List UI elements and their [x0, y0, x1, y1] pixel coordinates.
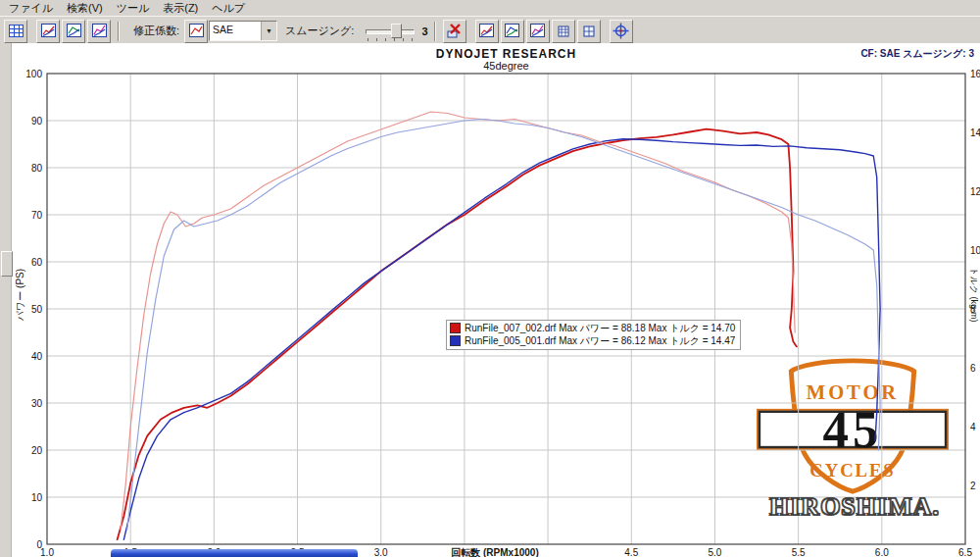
axis-tick-label: 6.5 — [958, 547, 972, 557]
legend-label: RunFile_005_001.drf Max パワー = 86.12 Max … — [465, 334, 735, 347]
graph-view-button-4[interactable] — [475, 20, 499, 43]
legend-row: RunFile_007_002.drf Max パワー = 88.18 Max … — [450, 322, 735, 334]
menu-item-search[interactable]: 検索(V) — [60, 0, 110, 17]
axis-tick-label: 8 — [970, 304, 976, 315]
red-x-icon — [446, 23, 463, 39]
slider-track — [366, 29, 415, 34]
legend-row: RunFile_005_001.drf Max パワー = 86.12 Max … — [450, 334, 735, 347]
mini-table-button-2[interactable] — [577, 20, 601, 43]
graph-icon — [188, 23, 205, 39]
axis-tick-label: 5.0 — [709, 547, 722, 557]
axis-tick-label: 60 — [31, 257, 43, 268]
axis-tick-label: 1.0 — [40, 547, 54, 557]
toolbar-separator — [434, 22, 436, 41]
axis-tick-label: 12 — [970, 186, 980, 197]
axis-tick-label: 100 — [25, 69, 42, 79]
axis-tick-label: 2 — [970, 481, 976, 491]
axis-tick-label: 80 — [31, 163, 43, 174]
crosshair-icon — [612, 23, 629, 39]
mini-table-button-1[interactable] — [552, 20, 575, 43]
grid-lines — [47, 74, 965, 544]
chart-panel: DYNOJET RESEARCH 45degree CF: SAE スムージング… — [0, 43, 980, 557]
graph-view-button-3[interactable] — [87, 20, 111, 43]
axis-tick-label: 4 — [970, 422, 976, 432]
correction-factor-value: SAE — [210, 22, 261, 40]
smoothing-value: 3 — [421, 25, 427, 37]
graph-icon — [66, 23, 82, 39]
graph-icon — [529, 23, 546, 39]
slider-ticks — [368, 38, 413, 41]
axis-tick-label: 6 — [970, 363, 976, 374]
graph-icon — [40, 23, 57, 39]
legend-label: RunFile_007_002.drf Max パワー = 88.18 Max … — [465, 322, 735, 334]
graph-icon — [504, 23, 520, 39]
left-gutter — [0, 43, 12, 557]
legend-color-chip — [450, 323, 461, 333]
graph-icon — [478, 23, 495, 39]
dyno-plot: 01020304050607080901002468101214161.01.5… — [0, 43, 980, 557]
menu-item-tools[interactable]: ツール — [110, 0, 157, 17]
correction-factor-select[interactable]: SAE ▼ — [209, 21, 277, 41]
menu-bar: ファイル 検索(V) ツール 表示(Z) ヘルプ — [0, 0, 980, 16]
menu-item-view[interactable]: 表示(Z) — [156, 0, 205, 17]
axis-tick-label: 50 — [31, 304, 43, 315]
axis-tick-label: 70 — [31, 210, 43, 221]
axis-tick-label: 20 — [31, 445, 43, 456]
splitter-handle[interactable] — [1, 251, 13, 277]
table-view-button[interactable] — [4, 20, 27, 43]
mini-grid-icon — [558, 25, 569, 37]
x-axis-title: 回転数 (RPMx1000) — [451, 547, 538, 557]
correction-graph-button[interactable] — [184, 20, 208, 43]
table-grid-icon — [8, 23, 24, 39]
chevron-down-icon[interactable]: ▼ — [261, 22, 276, 40]
axis-tick-label: 30 — [31, 398, 43, 409]
app-window: ファイル 検索(V) ツール 表示(Z) ヘルプ 修正係数: SAE ▼ スムー… — [0, 0, 980, 557]
axis-tick-label: 16 — [970, 69, 980, 79]
toolbar-separator — [118, 22, 120, 41]
axis-tick-label: 5.5 — [792, 547, 806, 557]
legend-box[interactable]: RunFile_007_002.drf Max パワー = 88.18 Max … — [446, 320, 741, 350]
axis-tick-label: 3.0 — [374, 547, 388, 557]
menu-item-file[interactable]: ファイル — [2, 0, 60, 17]
graph-view-button-1[interactable] — [36, 20, 60, 43]
axis-tick-label: 10 — [31, 492, 43, 503]
crosshair-button[interactable] — [610, 20, 633, 43]
menu-item-help[interactable]: ヘルプ — [205, 0, 252, 17]
smoothing-slider[interactable] — [364, 22, 416, 41]
axis-tick-label: 10 — [970, 245, 980, 256]
mini-grid-icon — [583, 25, 595, 37]
toolbar: 修正係数: SAE ▼ スムージング: 3 — [0, 16, 980, 46]
axis-tick-label: 4.5 — [624, 547, 638, 557]
delete-run-button[interactable] — [443, 20, 466, 43]
hiroshima-text: HIROSHIMA. — [747, 492, 962, 522]
axis-tick-label: 14 — [970, 127, 980, 138]
graph-view-button-5[interactable] — [501, 20, 524, 43]
graph-view-button-2[interactable] — [62, 20, 85, 43]
axis-tick-label: 6.0 — [875, 547, 889, 557]
slider-thumb[interactable] — [391, 24, 402, 38]
graph-icon — [91, 23, 108, 39]
axis-tick-label: 90 — [31, 116, 43, 127]
correction-factor-label: 修正係数: — [133, 24, 179, 38]
graph-view-button-6[interactable] — [526, 20, 550, 43]
smoothing-label: スムージング: — [285, 24, 354, 38]
legend-color-chip — [450, 335, 461, 346]
axis-tick-label: 40 — [31, 351, 43, 362]
taskbar-fragment — [111, 549, 358, 557]
